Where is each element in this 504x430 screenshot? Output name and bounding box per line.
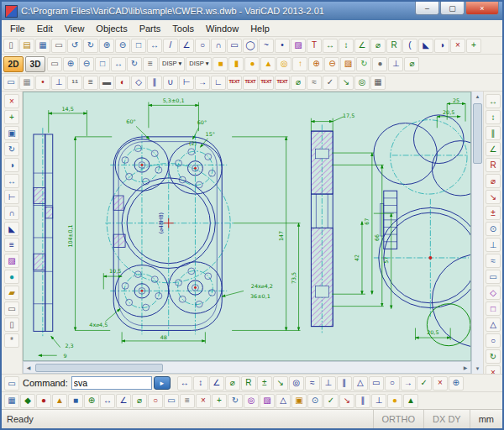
- menu-item-help[interactable]: Help: [244, 23, 276, 34]
- parallel2-icon[interactable]: ∥: [355, 394, 370, 408]
- roughness-icon[interactable]: ≈: [486, 254, 501, 268]
- redraw-icon[interactable]: ↻: [127, 57, 142, 71]
- cmd-dim-dia-icon[interactable]: ⌀: [225, 376, 240, 391]
- section-icon[interactable]: ▨: [340, 57, 355, 71]
- zoom-out-icon[interactable]: ⊖: [115, 39, 130, 53]
- save-view-icon[interactable]: ▣: [291, 394, 307, 408]
- cmd-tolerance-icon[interactable]: ±: [257, 376, 272, 391]
- track-h-icon[interactable]: ↔: [100, 394, 115, 408]
- sphere2-icon[interactable]: ●: [387, 394, 402, 408]
- cmd-balloon-icon[interactable]: ◎: [289, 376, 304, 391]
- perpendicular-icon[interactable]: ⊥: [486, 238, 501, 252]
- scroll-right-icon[interactable]: ▶: [460, 363, 470, 373]
- leader2-icon[interactable]: ↘: [486, 190, 501, 204]
- zoom-window-icon[interactable]: □: [131, 39, 146, 53]
- corner-icon[interactable]: ∟: [211, 76, 226, 90]
- text-move-icon[interactable]: TEXT: [259, 76, 274, 90]
- erase-icon[interactable]: ×: [450, 39, 465, 53]
- text-create-icon[interactable]: TEXT: [227, 76, 242, 90]
- command-run-button[interactable]: ▸: [154, 376, 171, 390]
- cmd-leader-icon[interactable]: ↘: [273, 376, 288, 391]
- cmd-rect-icon[interactable]: ▭: [369, 376, 384, 391]
- ortho-mode-icon[interactable]: ⊥: [51, 76, 66, 90]
- undo-icon[interactable]: ↺: [67, 39, 82, 53]
- hatch-tool-icon[interactable]: ▨: [4, 254, 19, 268]
- scroll-up-icon[interactable]: ▲: [473, 92, 483, 102]
- dim-parallel-icon[interactable]: ∥: [486, 126, 501, 140]
- view-rotate-icon[interactable]: ↻: [356, 57, 371, 71]
- delete-icon[interactable]: ×: [4, 94, 19, 108]
- tolerance-icon[interactable]: ±: [486, 206, 501, 220]
- leader3-icon[interactable]: ↘: [339, 394, 354, 408]
- line-icon[interactable]: /: [163, 39, 178, 53]
- list-icon[interactable]: ≡: [180, 394, 195, 408]
- scale-1-1-icon[interactable]: 1:1: [67, 76, 82, 90]
- delete2-icon[interactable]: ×: [196, 394, 211, 408]
- color-icon[interactable]: ◐: [115, 76, 130, 90]
- dxdy-indicator[interactable]: DX DY: [423, 410, 470, 428]
- extrude-icon[interactable]: ↑: [292, 57, 307, 71]
- disp-dropdown-1[interactable]: DISP ▾: [159, 57, 185, 71]
- cone2-icon[interactable]: ▲: [403, 394, 418, 408]
- edit-node-icon[interactable]: ◇: [486, 286, 501, 300]
- datum-icon[interactable]: ⊙: [486, 222, 501, 236]
- new-file-icon[interactable]: ▯: [3, 39, 18, 53]
- plot-page-icon[interactable]: ▭: [3, 76, 18, 90]
- redo-icon[interactable]: ↻: [83, 39, 98, 53]
- fillet-edge-icon[interactable]: ∩: [4, 206, 19, 220]
- dim-radius2-icon[interactable]: R: [486, 158, 501, 172]
- weld-symbol-icon[interactable]: ≈: [307, 76, 322, 90]
- boolean-union-icon[interactable]: ⊕: [308, 57, 323, 71]
- table-icon[interactable]: ▦: [370, 76, 386, 90]
- clipboard-icon[interactable]: ▯: [4, 317, 19, 332]
- track-angle-icon[interactable]: ∠: [116, 394, 131, 408]
- zoom-all-icon[interactable]: ⊕: [63, 57, 78, 71]
- cmd-zoom-icon[interactable]: ⊕: [449, 376, 464, 391]
- polyline-icon[interactable]: ∠: [179, 39, 194, 53]
- menu-item-objects[interactable]: Objects: [90, 23, 133, 34]
- balloon-icon[interactable]: ◎: [354, 76, 370, 90]
- extend-icon[interactable]: →: [195, 76, 210, 90]
- fill-icon[interactable]: ●: [4, 270, 19, 284]
- pan-icon[interactable]: ↔: [147, 39, 162, 53]
- measure-circle-icon[interactable]: ○: [148, 394, 163, 408]
- view-2d-button[interactable]: 2D: [3, 56, 24, 72]
- units-indicator[interactable]: mm: [470, 410, 502, 428]
- cmd-tri-icon[interactable]: △: [353, 376, 368, 391]
- frame-icon[interactable]: ▭: [486, 270, 501, 284]
- text-props-icon[interactable]: TEXT: [275, 76, 290, 90]
- scroll-down-icon[interactable]: ▼: [473, 364, 483, 374]
- tri2-icon[interactable]: △: [276, 394, 291, 408]
- dim-angular-icon[interactable]: ∠: [486, 142, 501, 156]
- perp2-icon[interactable]: ⊥: [371, 394, 386, 408]
- move-tool-icon[interactable]: +: [4, 110, 19, 124]
- cmd-dim-linear-icon[interactable]: ↔: [177, 376, 192, 391]
- point-icon[interactable]: •: [275, 39, 290, 53]
- dim-vertical-icon[interactable]: ↕: [339, 39, 354, 53]
- cmd-dim-vert-icon[interactable]: ↕: [193, 376, 208, 391]
- measure-rect-icon[interactable]: ▭: [164, 394, 179, 408]
- dim-angle-icon[interactable]: ∠: [354, 39, 370, 53]
- print-preview-icon[interactable]: ▭: [47, 57, 62, 71]
- menu-item-tools[interactable]: Tools: [166, 23, 200, 34]
- circle-icon[interactable]: ○: [195, 39, 210, 53]
- osnap-intersect-icon[interactable]: ⊕: [84, 394, 99, 408]
- zoom-previous-icon[interactable]: ⊖: [79, 57, 94, 71]
- canvas-area[interactable]: 14,55,3±0,160°60°15°(2)104±0,110,514773,…: [23, 92, 471, 361]
- zoom-rect-icon[interactable]: □: [95, 57, 110, 71]
- ortho-indicator[interactable]: ORTHO: [373, 410, 424, 428]
- offset-icon[interactable]: ≡: [4, 238, 19, 252]
- snap-grid-icon[interactable]: ▦: [19, 76, 34, 90]
- vertical-scrollbar[interactable]: ▲ ▼: [471, 92, 483, 374]
- plot-button[interactable]: ▭: [4, 376, 19, 391]
- dim-diameter2-icon[interactable]: ⌀: [486, 174, 501, 188]
- cmd-close-icon[interactable]: ×: [433, 376, 448, 391]
- solid-sphere-icon[interactable]: ●: [244, 57, 260, 71]
- menu-item-edit[interactable]: Edit: [31, 23, 59, 34]
- solid-cylinder-icon[interactable]: ▮: [228, 57, 244, 71]
- dim-h-icon[interactable]: ↔: [486, 94, 501, 108]
- mirror-tool-icon[interactable]: ◑: [4, 158, 19, 172]
- rotate-icon[interactable]: ↻: [4, 142, 19, 156]
- text-icon[interactable]: T: [307, 39, 322, 53]
- copy-icon[interactable]: ▣: [4, 126, 19, 140]
